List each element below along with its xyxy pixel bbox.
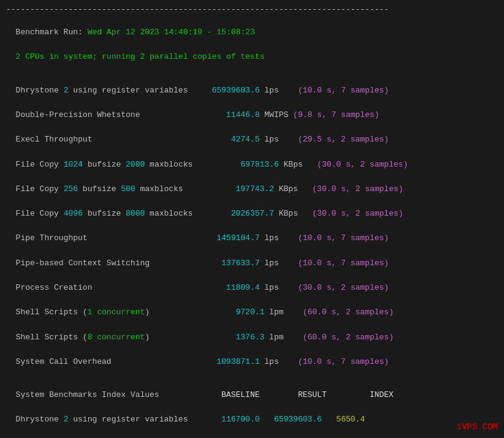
bench-row-shell1: Shell Scripts (1 concurrent) 9720.1 lpm … — [6, 294, 498, 319]
idx-whetstone: Double-Precision Whetstone 55.0 11446.8 … — [6, 426, 498, 439]
bench-row-syscall: System Call Overhead 1093871.1 lps (10.0… — [6, 344, 498, 368]
idx-dhrystone: Dhrystone 2 using register variables 116… — [6, 401, 498, 426]
bench-row-filecopy256: File Copy 256 bufsize 500 maxblocks 1977… — [6, 171, 498, 195]
bench-row-context: Pipe-based Context Switching 137633.7 lp… — [6, 245, 498, 270]
benchmark-header: Benchmark Run: Wed Apr 12 2023 14:40:19 … — [6, 14, 498, 39]
header-date: Wed Apr 12 2023 14:40:19 - 15:08:23 — [88, 28, 255, 37]
header-cpu-text: 2 CPUs in system; running 2 parallel cop… — [16, 52, 265, 61]
bench-row-filecopy4096: File Copy 4096 bufsize 8000 maxblocks 20… — [6, 195, 498, 220]
header-cpus: 2 CPUs in system; running 2 parallel cop… — [6, 39, 498, 63]
separator-top: ----------------------------------------… — [6, 5, 498, 14]
bench-row-execl: Execl Throughput 4274.5 lps (29.5 s, 2 s… — [6, 121, 498, 146]
bench-row-process: Process Creation 11809.4 lps (30.0 s, 2 … — [6, 270, 498, 294]
bench-row-pipe: Pipe Throughput 1459104.7 lps (10.0 s, 7… — [6, 220, 498, 244]
bench-row-filecopy1024: File Copy 1024 bufsize 2000 maxblocks 69… — [6, 146, 498, 170]
bench-row-whetstone: Double-Precision Whetstone 11446.8 MWIPS… — [6, 97, 498, 121]
bench-row-dhrystone: Dhrystone 2 using register variables 659… — [6, 72, 498, 97]
index-header-row: System Benchmarks Index Values BASELINE … — [6, 377, 498, 401]
watermark: 1VPS.COM — [457, 422, 498, 432]
header-prefix: Benchmark Run: — [16, 28, 88, 37]
bench-row-shell8: Shell Scripts (8 concurrent) 1376.3 lpm … — [6, 319, 498, 343]
